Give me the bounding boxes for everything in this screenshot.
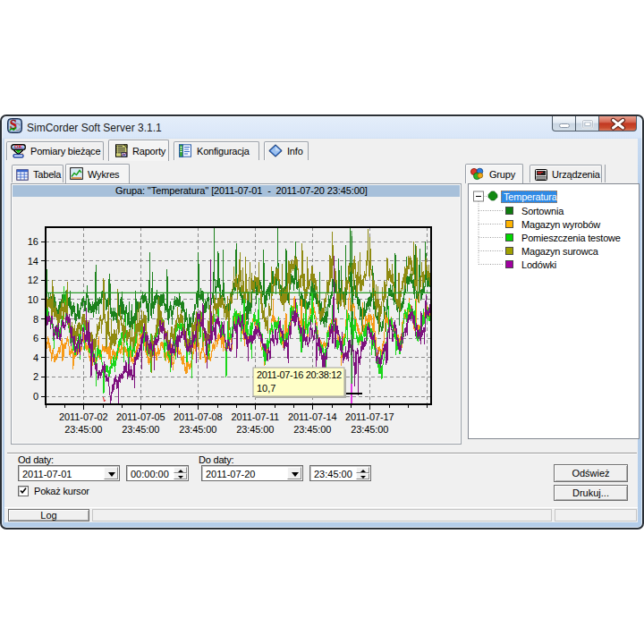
svg-text:23:45:00: 23:45:00 (293, 424, 331, 435)
svg-text:14: 14 (28, 256, 38, 267)
svg-text:4: 4 (33, 352, 38, 363)
svg-text:2011-07-14: 2011-07-14 (288, 411, 336, 422)
svg-text:10,7: 10,7 (257, 383, 275, 394)
svg-text:8: 8 (33, 314, 38, 325)
svg-text:23:45:00: 23:45:00 (64, 424, 102, 435)
svg-text:2011-07-11: 2011-07-11 (231, 411, 279, 422)
svg-text:0: 0 (33, 391, 38, 402)
svg-text:2011-07-08: 2011-07-08 (174, 411, 222, 422)
svg-text:OK: OK (14, 144, 21, 149)
svg-text:10: 10 (28, 294, 38, 305)
svg-text:2011-07-16 20:38:12: 2011-07-16 20:38:12 (257, 369, 342, 380)
svg-text:2011-07-05: 2011-07-05 (116, 411, 165, 422)
svg-text:23:45:00: 23:45:00 (236, 424, 274, 435)
svg-text:2011-07-02: 2011-07-02 (59, 411, 107, 422)
svg-text:6: 6 (33, 333, 38, 343)
svg-text:23:45:00: 23:45:00 (351, 424, 388, 435)
svg-text:16: 16 (28, 236, 38, 247)
svg-text:12: 12 (28, 275, 38, 285)
svg-text:23:45:00: 23:45:00 (179, 424, 216, 435)
svg-text:2: 2 (33, 371, 38, 382)
svg-text:2011-07-17: 2011-07-17 (345, 411, 394, 422)
svg-text:23:45:00: 23:45:00 (122, 424, 159, 435)
